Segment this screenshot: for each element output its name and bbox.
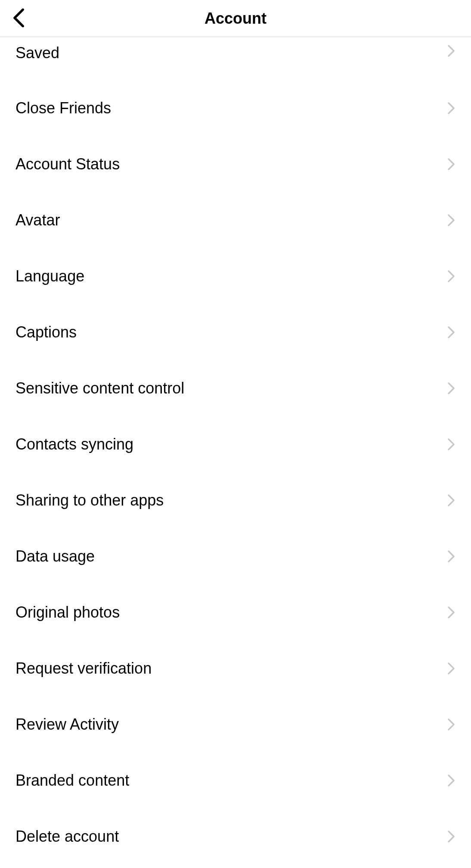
menu-item-label: Saved <box>15 44 59 62</box>
chevron-right-icon <box>447 269 456 283</box>
menu-item-contacts-syncing[interactable]: Contacts syncing <box>0 416 471 472</box>
back-button[interactable] <box>9 5 30 32</box>
chevron-right-icon <box>447 718 456 731</box>
menu-item-label: Avatar <box>15 211 60 229</box>
chevron-right-icon <box>447 830 456 843</box>
menu-item-review-activity[interactable]: Review Activity <box>0 696 471 752</box>
menu-item-label: Close Friends <box>15 99 111 117</box>
menu-item-label: Data usage <box>15 547 95 565</box>
menu-item-label: Original photos <box>15 603 120 621</box>
menu-item-label: Account Status <box>15 155 120 173</box>
menu-item-delete-account[interactable]: Delete account <box>0 809 471 865</box>
menu-item-language[interactable]: Language <box>0 248 471 304</box>
chevron-right-icon <box>447 213 456 227</box>
menu-item-sensitive-content-control[interactable]: Sensitive content control <box>0 360 471 416</box>
page-title: Account <box>205 9 266 28</box>
chevron-right-icon <box>447 606 456 619</box>
chevron-right-icon <box>447 774 456 787</box>
menu-item-label: Branded content <box>15 771 129 790</box>
header-bar: Account <box>0 0 471 37</box>
menu-item-original-photos[interactable]: Original photos <box>0 584 471 640</box>
menu-item-label: Review Activity <box>15 715 119 734</box>
chevron-right-icon <box>447 550 456 563</box>
menu-item-request-verification[interactable]: Request verification <box>0 640 471 696</box>
menu-item-saved[interactable]: Saved <box>0 37 471 80</box>
menu-item-avatar[interactable]: Avatar <box>0 192 471 248</box>
chevron-right-icon <box>447 101 456 115</box>
menu-item-label: Sharing to other apps <box>15 491 164 509</box>
menu-item-label: Captions <box>15 323 77 341</box>
chevron-right-icon <box>447 44 456 58</box>
menu-item-account-status[interactable]: Account Status <box>0 136 471 192</box>
menu-item-label: Request verification <box>15 659 152 678</box>
menu-item-sharing-to-other-apps[interactable]: Sharing to other apps <box>0 472 471 528</box>
chevron-right-icon <box>447 662 456 675</box>
menu-item-label: Sensitive content control <box>15 379 184 397</box>
chevron-right-icon <box>447 381 456 395</box>
menu-item-label: Delete account <box>15 827 119 846</box>
menu-item-label: Contacts syncing <box>15 435 133 453</box>
menu-item-label: Language <box>15 267 84 285</box>
menu-item-data-usage[interactable]: Data usage <box>0 528 471 584</box>
chevron-right-icon <box>447 493 456 507</box>
chevron-right-icon <box>447 157 456 171</box>
menu-item-captions[interactable]: Captions <box>0 304 471 360</box>
chevron-left-icon <box>12 8 27 28</box>
menu-item-close-friends[interactable]: Close Friends <box>0 80 471 136</box>
menu-item-branded-content[interactable]: Branded content <box>0 752 471 809</box>
chevron-right-icon <box>447 325 456 339</box>
chevron-right-icon <box>447 437 456 451</box>
account-menu-list: Saved Close Friends Account Status Avata… <box>0 37 471 865</box>
